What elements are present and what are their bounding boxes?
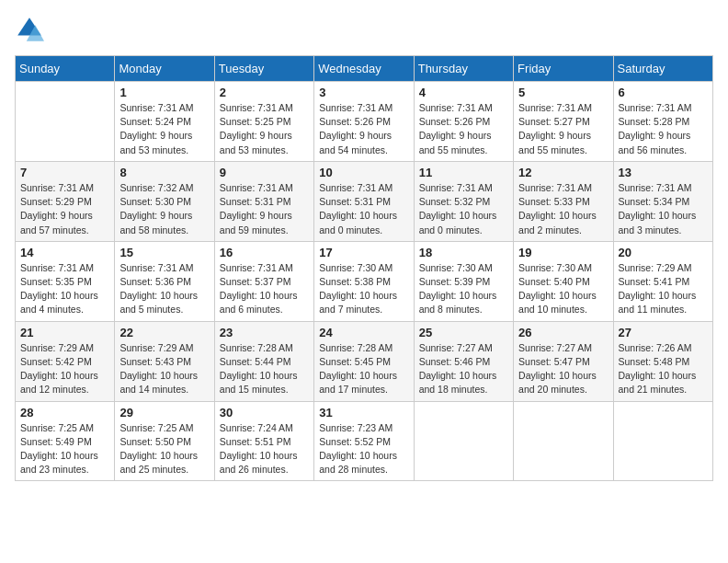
weekday-header: Thursday <box>414 56 513 82</box>
weekday-header: Monday <box>115 56 214 82</box>
calendar-cell: 5 Sunrise: 7:31 AMSunset: 5:27 PMDayligh… <box>514 82 613 162</box>
calendar-cell: 24 Sunrise: 7:28 AMSunset: 5:45 PMDaylig… <box>314 321 414 401</box>
day-number: 16 <box>220 246 309 259</box>
day-number: 31 <box>319 406 408 419</box>
calendar-cell: 19 Sunrise: 7:30 AMSunset: 5:40 PMDaylig… <box>514 241 613 321</box>
calendar-cell: 31 Sunrise: 7:23 AMSunset: 5:52 PMDaylig… <box>314 401 414 481</box>
calendar-cell: 18 Sunrise: 7:30 AMSunset: 5:39 PMDaylig… <box>414 241 513 321</box>
day-info: Sunrise: 7:31 AMSunset: 5:33 PMDaylight:… <box>518 181 608 237</box>
calendar-cell: 8 Sunrise: 7:32 AMSunset: 5:30 PMDayligh… <box>115 161 214 241</box>
calendar-week-row: 7 Sunrise: 7:31 AMSunset: 5:29 PMDayligh… <box>16 161 713 241</box>
calendar-cell: 25 Sunrise: 7:27 AMSunset: 5:46 PMDaylig… <box>414 321 513 401</box>
day-number: 14 <box>20 246 109 259</box>
day-number: 8 <box>119 166 209 179</box>
day-info: Sunrise: 7:31 AMSunset: 5:28 PMDaylight:… <box>619 101 708 157</box>
day-number: 3 <box>319 86 408 99</box>
day-number: 11 <box>419 166 508 179</box>
day-number: 18 <box>419 246 508 259</box>
calendar-cell <box>514 401 613 481</box>
day-info: Sunrise: 7:31 AMSunset: 5:31 PMDaylight:… <box>319 181 408 237</box>
day-info: Sunrise: 7:31 AMSunset: 5:35 PMDaylight:… <box>20 261 109 317</box>
day-info: Sunrise: 7:28 AMSunset: 5:44 PMDaylight:… <box>220 341 309 397</box>
day-number: 26 <box>518 326 608 339</box>
day-number: 20 <box>619 246 708 259</box>
day-info: Sunrise: 7:29 AMSunset: 5:42 PMDaylight:… <box>20 341 109 397</box>
calendar-cell: 23 Sunrise: 7:28 AMSunset: 5:44 PMDaylig… <box>214 321 313 401</box>
day-info: Sunrise: 7:27 AMSunset: 5:46 PMDaylight:… <box>419 341 508 397</box>
day-number: 29 <box>119 406 209 419</box>
calendar-cell: 29 Sunrise: 7:25 AMSunset: 5:50 PMDaylig… <box>115 401 214 481</box>
day-info: Sunrise: 7:30 AMSunset: 5:40 PMDaylight:… <box>518 261 608 317</box>
calendar-cell: 27 Sunrise: 7:26 AMSunset: 5:48 PMDaylig… <box>613 321 712 401</box>
weekday-header: Sunday <box>16 56 115 82</box>
weekday-header: Wednesday <box>314 56 414 82</box>
day-number: 23 <box>220 326 309 339</box>
weekday-header-row: SundayMondayTuesdayWednesdayThursdayFrid… <box>16 56 713 82</box>
day-number: 5 <box>518 86 608 99</box>
calendar-cell: 10 Sunrise: 7:31 AMSunset: 5:31 PMDaylig… <box>314 161 414 241</box>
calendar-cell: 1 Sunrise: 7:31 AMSunset: 5:24 PMDayligh… <box>115 82 214 162</box>
calendar-cell: 28 Sunrise: 7:25 AMSunset: 5:49 PMDaylig… <box>16 401 115 481</box>
day-info: Sunrise: 7:31 AMSunset: 5:26 PMDaylight:… <box>419 101 508 157</box>
day-number: 25 <box>419 326 508 339</box>
calendar-cell <box>613 401 712 481</box>
day-info: Sunrise: 7:31 AMSunset: 5:29 PMDaylight:… <box>20 181 109 237</box>
calendar-cell: 12 Sunrise: 7:31 AMSunset: 5:33 PMDaylig… <box>514 161 613 241</box>
weekday-header: Saturday <box>613 56 712 82</box>
day-info: Sunrise: 7:31 AMSunset: 5:27 PMDaylight:… <box>518 101 608 157</box>
day-info: Sunrise: 7:29 AMSunset: 5:43 PMDaylight:… <box>119 341 209 397</box>
day-number: 17 <box>319 246 408 259</box>
day-number: 9 <box>220 166 309 179</box>
calendar-cell: 6 Sunrise: 7:31 AMSunset: 5:28 PMDayligh… <box>613 82 712 162</box>
calendar-week-row: 28 Sunrise: 7:25 AMSunset: 5:49 PMDaylig… <box>16 401 713 481</box>
day-number: 13 <box>619 166 708 179</box>
day-number: 19 <box>518 246 608 259</box>
weekday-header: Tuesday <box>214 56 313 82</box>
day-number: 22 <box>119 326 209 339</box>
logo-icon <box>15 15 44 44</box>
calendar-cell: 15 Sunrise: 7:31 AMSunset: 5:36 PMDaylig… <box>115 241 214 321</box>
page-header <box>15 15 713 44</box>
day-info: Sunrise: 7:26 AMSunset: 5:48 PMDaylight:… <box>619 341 708 397</box>
calendar-week-row: 1 Sunrise: 7:31 AMSunset: 5:24 PMDayligh… <box>16 82 713 162</box>
calendar-week-row: 21 Sunrise: 7:29 AMSunset: 5:42 PMDaylig… <box>16 321 713 401</box>
day-number: 7 <box>20 166 109 179</box>
day-info: Sunrise: 7:27 AMSunset: 5:47 PMDaylight:… <box>518 341 608 397</box>
day-info: Sunrise: 7:31 AMSunset: 5:31 PMDaylight:… <box>220 181 309 237</box>
day-info: Sunrise: 7:29 AMSunset: 5:41 PMDaylight:… <box>619 261 708 317</box>
day-number: 15 <box>119 246 209 259</box>
day-info: Sunrise: 7:30 AMSunset: 5:39 PMDaylight:… <box>419 261 508 317</box>
day-info: Sunrise: 7:30 AMSunset: 5:38 PMDaylight:… <box>319 261 408 317</box>
weekday-header: Friday <box>514 56 613 82</box>
day-number: 24 <box>319 326 408 339</box>
day-info: Sunrise: 7:25 AMSunset: 5:49 PMDaylight:… <box>20 421 109 477</box>
calendar-cell: 20 Sunrise: 7:29 AMSunset: 5:41 PMDaylig… <box>613 241 712 321</box>
calendar-table: SundayMondayTuesdayWednesdayThursdayFrid… <box>15 55 713 481</box>
day-info: Sunrise: 7:31 AMSunset: 5:32 PMDaylight:… <box>419 181 508 237</box>
day-info: Sunrise: 7:32 AMSunset: 5:30 PMDaylight:… <box>119 181 209 237</box>
day-info: Sunrise: 7:31 AMSunset: 5:26 PMDaylight:… <box>319 101 408 157</box>
calendar-cell: 16 Sunrise: 7:31 AMSunset: 5:37 PMDaylig… <box>214 241 313 321</box>
calendar-cell: 26 Sunrise: 7:27 AMSunset: 5:47 PMDaylig… <box>514 321 613 401</box>
calendar-cell: 3 Sunrise: 7:31 AMSunset: 5:26 PMDayligh… <box>314 82 414 162</box>
day-info: Sunrise: 7:23 AMSunset: 5:52 PMDaylight:… <box>319 421 408 477</box>
day-number: 2 <box>220 86 309 99</box>
calendar-cell: 13 Sunrise: 7:31 AMSunset: 5:34 PMDaylig… <box>613 161 712 241</box>
day-number: 27 <box>619 326 708 339</box>
day-number: 6 <box>619 86 708 99</box>
day-number: 10 <box>319 166 408 179</box>
calendar-cell: 11 Sunrise: 7:31 AMSunset: 5:32 PMDaylig… <box>414 161 513 241</box>
day-number: 28 <box>20 406 109 419</box>
day-info: Sunrise: 7:31 AMSunset: 5:24 PMDaylight:… <box>119 101 209 157</box>
day-number: 21 <box>20 326 109 339</box>
day-info: Sunrise: 7:31 AMSunset: 5:34 PMDaylight:… <box>619 181 708 237</box>
day-info: Sunrise: 7:24 AMSunset: 5:51 PMDaylight:… <box>220 421 309 477</box>
day-number: 30 <box>220 406 309 419</box>
calendar-cell: 2 Sunrise: 7:31 AMSunset: 5:25 PMDayligh… <box>214 82 313 162</box>
day-info: Sunrise: 7:31 AMSunset: 5:36 PMDaylight:… <box>119 261 209 317</box>
calendar-cell: 22 Sunrise: 7:29 AMSunset: 5:43 PMDaylig… <box>115 321 214 401</box>
calendar-cell: 17 Sunrise: 7:30 AMSunset: 5:38 PMDaylig… <box>314 241 414 321</box>
calendar-cell: 30 Sunrise: 7:24 AMSunset: 5:51 PMDaylig… <box>214 401 313 481</box>
day-info: Sunrise: 7:31 AMSunset: 5:25 PMDaylight:… <box>220 101 309 157</box>
calendar-cell: 21 Sunrise: 7:29 AMSunset: 5:42 PMDaylig… <box>16 321 115 401</box>
